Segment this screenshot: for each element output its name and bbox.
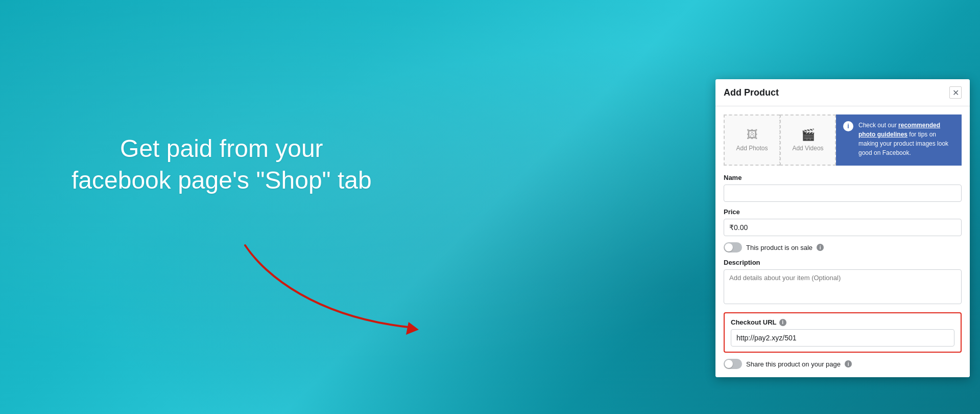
share-toggle[interactable] xyxy=(724,359,742,369)
description-wrapper xyxy=(724,269,962,312)
hero-text: Get paid from your facebook page's "Shop… xyxy=(71,133,372,197)
checkout-url-section: Checkout URL i xyxy=(724,312,962,353)
info-icon: i xyxy=(843,121,853,131)
checkout-label-row: Checkout URL i xyxy=(731,318,954,326)
add-videos-label: Add Videos xyxy=(792,145,823,152)
share-label: Share this product on your page xyxy=(746,360,841,368)
checkout-url-input[interactable] xyxy=(731,329,954,347)
name-input[interactable] xyxy=(724,185,962,202)
sale-toggle[interactable] xyxy=(724,242,742,252)
modal-close-button[interactable]: ✕ xyxy=(949,86,962,99)
checkout-info-icon[interactable]: i xyxy=(779,319,786,326)
info-prefix: Check out our xyxy=(858,122,898,129)
info-text-content: Check out our recommended photo guidelin… xyxy=(858,121,954,159)
upload-row: 🖼 Add Photos 🎬 Add Videos i Check out ou… xyxy=(724,114,962,166)
share-row: Share this product on your page i xyxy=(724,359,962,369)
modal-title: Add Product xyxy=(724,87,779,98)
add-videos-icon: 🎬 xyxy=(801,128,815,142)
sale-label: This product is on sale xyxy=(746,244,812,251)
checkout-label: Checkout URL xyxy=(731,318,777,326)
share-toggle-knob xyxy=(725,360,733,368)
sale-row: This product is on sale i xyxy=(724,242,962,252)
add-photos-button[interactable]: 🖼 Add Photos xyxy=(724,114,780,166)
sale-info-icon[interactable]: i xyxy=(817,244,824,251)
share-info-icon[interactable]: i xyxy=(845,360,852,367)
hero-line1: Get paid from your xyxy=(71,133,372,165)
hero-line2: facebook page's "Shop" tab xyxy=(71,165,372,196)
modal-header: Add Product ✕ xyxy=(715,79,970,106)
description-textarea[interactable] xyxy=(724,269,962,304)
description-label: Description xyxy=(724,259,962,266)
price-label: Price xyxy=(724,208,962,216)
add-photos-icon: 🖼 xyxy=(747,128,758,142)
modal-body: 🖼 Add Photos 🎬 Add Videos i Check out ou… xyxy=(715,106,970,377)
add-product-modal: Add Product ✕ 🖼 Add Photos 🎬 Add Videos … xyxy=(715,79,970,377)
add-photos-label: Add Photos xyxy=(736,145,768,152)
name-label: Name xyxy=(724,174,962,181)
toggle-knob xyxy=(725,243,733,251)
photo-guidelines-panel: i Check out our recommended photo guidel… xyxy=(836,114,962,166)
price-input[interactable] xyxy=(724,219,962,236)
add-videos-button[interactable]: 🎬 Add Videos xyxy=(780,114,836,166)
